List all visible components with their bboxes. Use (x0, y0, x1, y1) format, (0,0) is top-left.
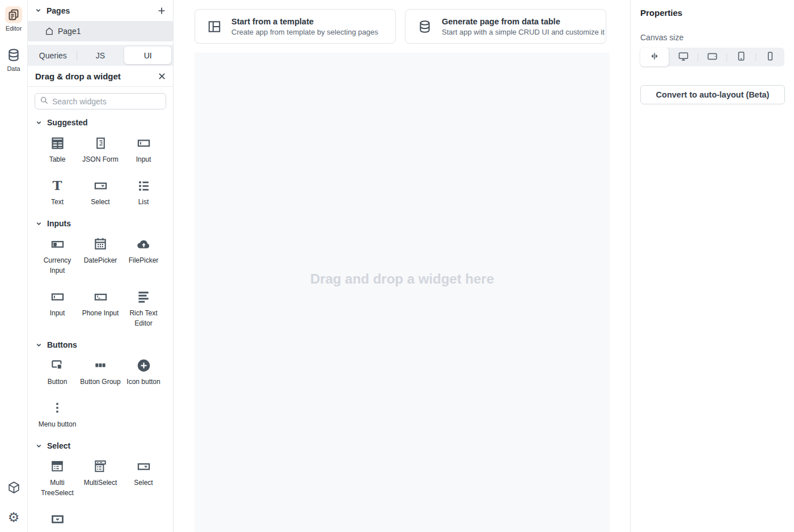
widget-grid-inputs: $ Currency Input DatePicker (36, 235, 165, 328)
widget-item-list[interactable]: List (122, 177, 165, 207)
chevron-down-icon (36, 342, 42, 348)
section-header-suggested[interactable]: Suggested (36, 115, 165, 130)
list-icon (137, 177, 151, 194)
fluid-width-icon (649, 50, 660, 64)
properties-title: Properties (640, 8, 784, 18)
canvas-size-fluid-width[interactable] (640, 48, 669, 66)
nav-editor-label: Editor (6, 25, 22, 32)
app-canvas[interactable]: Drag and drop a widget here (195, 53, 610, 532)
generate-from-data-card[interactable]: Generate page from data table Start app … (405, 9, 606, 44)
editor-tabbar: Queries JS UI (28, 45, 173, 66)
chevron-down-icon (36, 120, 42, 126)
database-icon (5, 47, 22, 64)
cube-icon[interactable] (7, 480, 21, 497)
close-icon[interactable] (158, 73, 166, 80)
canvas-size-tablet-portrait[interactable] (727, 48, 755, 66)
plus-circle-icon (136, 357, 151, 374)
treeselect-icon (50, 510, 65, 527)
nav-data[interactable]: Data (5, 47, 22, 72)
add-page-icon[interactable] (158, 7, 166, 15)
canvas-size-segmented-control (640, 48, 784, 66)
widget-item-currency-input[interactable]: $ Currency Input (36, 235, 79, 276)
canvas-size-desktop[interactable] (669, 48, 698, 66)
widget-item-treeselect-partial[interactable] (36, 510, 79, 527)
svg-text:T: T (53, 178, 62, 193)
calendar-icon (93, 235, 108, 252)
multiselect-icon (93, 458, 108, 475)
chevron-down-icon (35, 7, 41, 14)
canvas-placeholder-text: Drag and drop a widget here (195, 271, 610, 287)
section-header-inputs[interactable]: Inputs (36, 216, 165, 231)
widget-item-multi-treeselect[interactable]: Multi TreeSelect (36, 458, 79, 498)
editor-pages-icon (5, 6, 22, 23)
left-rail: Editor Data ⚙ (0, 0, 28, 532)
start-from-template-card[interactable]: Start from a template Create app from te… (195, 9, 396, 44)
canvas-size-label: Canvas size (640, 33, 784, 42)
section-title: Select (47, 441, 70, 450)
pages-header[interactable]: Pages (28, 0, 173, 21)
section-title: Suggested (47, 118, 88, 127)
input-icon (50, 288, 65, 305)
rich-text-icon (136, 288, 151, 305)
widget-item-phone-input[interactable]: Phone Input (79, 288, 122, 328)
chevron-down-icon (36, 221, 42, 227)
widget-grid-suggested: Table JSON Form Input (36, 134, 165, 207)
widget-item-button-group[interactable]: Button Group (79, 357, 122, 387)
select-icon (136, 458, 151, 475)
search-input[interactable] (52, 97, 161, 106)
widget-item-datepicker[interactable]: DatePicker (79, 235, 122, 276)
svg-text:$: $ (54, 242, 56, 246)
section-header-buttons[interactable]: Buttons (36, 337, 165, 352)
widget-item-menu-button[interactable]: Menu button (36, 399, 79, 429)
text-icon: T (50, 177, 65, 194)
table-icon (50, 134, 65, 151)
tablet-portrait-icon (736, 50, 747, 64)
starter-cards: Start from a template Create app from te… (195, 9, 606, 44)
select-icon (93, 177, 108, 194)
widget-item-rich-text-editor[interactable]: Rich Text Editor (122, 288, 165, 328)
widget-item-filepicker[interactable]: FilePicker (122, 235, 165, 276)
page-item-page1[interactable]: Page1 (28, 21, 173, 41)
button-group-icon (93, 357, 108, 374)
widget-grid-buttons: Button Button Group Icon button (36, 357, 165, 429)
nav-editor[interactable]: Editor (5, 6, 22, 32)
main-area: Start from a template Create app from te… (174, 0, 630, 532)
cloud-upload-icon (136, 235, 151, 252)
sidebar: Pages Page1 Queries JS UI Drag & drop a … (28, 0, 174, 532)
card-title: Start from a template (231, 17, 378, 26)
chevron-down-icon (36, 443, 42, 449)
desktop-icon (678, 50, 689, 64)
page-item-label: Page1 (58, 27, 81, 36)
widget-item-input2[interactable]: Input (36, 288, 79, 328)
widget-sections: Suggested Table JSON Form (28, 115, 173, 527)
section-header-select[interactable]: Select (36, 438, 165, 453)
widget-item-multiselect[interactable]: MultiSelect (79, 458, 122, 498)
widget-item-select2[interactable]: Select (122, 458, 165, 498)
widget-item-text[interactable]: T Text (36, 177, 79, 207)
card-subtitle: Create app from template by selecting pa… (231, 28, 378, 36)
canvas-size-mobile[interactable] (756, 48, 784, 66)
section-title: Buttons (47, 340, 77, 349)
section-title: Inputs (47, 219, 71, 228)
canvas-size-tablet-landscape[interactable] (698, 48, 727, 66)
tab-queries[interactable]: Queries (29, 47, 77, 64)
widget-item-select[interactable]: Select (79, 177, 122, 207)
widget-item-button[interactable]: Button (36, 357, 79, 387)
tab-ui[interactable]: UI (124, 47, 171, 64)
multi-treeselect-icon (50, 458, 65, 475)
widget-item-table[interactable]: Table (36, 134, 79, 164)
widget-item-json-form[interactable]: JSON Form (79, 134, 122, 164)
widget-item-icon-button[interactable]: Icon button (122, 357, 165, 387)
phone-input-icon (93, 288, 108, 305)
convert-auto-layout-button[interactable]: Convert to auto-layout (Beta) (640, 85, 785, 104)
widget-item-input[interactable]: Input (122, 134, 165, 164)
widget-panel-title: Drag & drop a widget (35, 71, 158, 81)
input-icon (136, 134, 151, 151)
tablet-landscape-icon (707, 50, 718, 64)
gear-icon[interactable]: ⚙ (8, 510, 20, 524)
card-text: Start from a template Create app from te… (231, 17, 378, 36)
properties-panel: Properties Canvas size (630, 0, 794, 532)
card-text: Generate page from data table Start app … (442, 17, 605, 36)
search-icon (40, 96, 48, 107)
tab-js[interactable]: JS (77, 47, 124, 64)
